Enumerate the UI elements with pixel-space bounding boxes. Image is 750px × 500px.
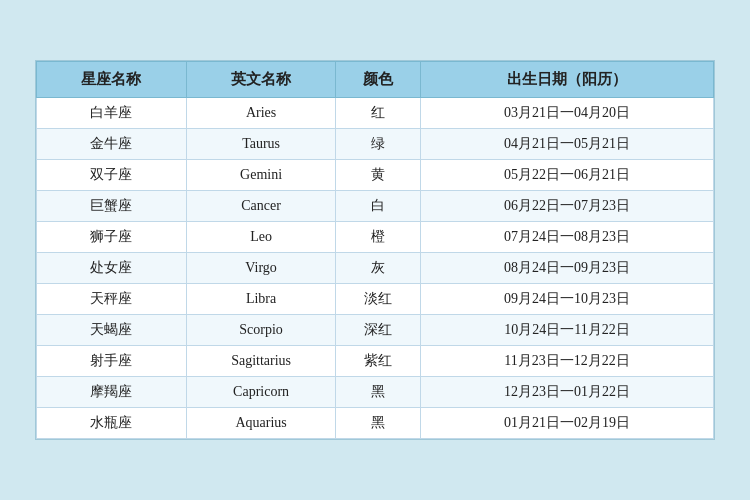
table-cell: 白羊座 (37, 98, 187, 129)
table-cell: 狮子座 (37, 222, 187, 253)
table-cell: 灰 (336, 253, 421, 284)
table-row: 双子座Gemini黄05月22日一06月21日 (37, 160, 714, 191)
table-cell: 天秤座 (37, 284, 187, 315)
table-cell: Leo (186, 222, 336, 253)
table-row: 金牛座Taurus绿04月21日一05月21日 (37, 129, 714, 160)
table-cell: 黑 (336, 377, 421, 408)
zodiac-table: 星座名称英文名称颜色出生日期（阳历） 白羊座Aries红03月21日一04月20… (36, 61, 714, 439)
table-cell: 06月22日一07月23日 (421, 191, 714, 222)
table-row: 摩羯座Capricorn黑12月23日一01月22日 (37, 377, 714, 408)
table-cell: 10月24日一11月22日 (421, 315, 714, 346)
table-cell: 射手座 (37, 346, 187, 377)
table-body: 白羊座Aries红03月21日一04月20日金牛座Taurus绿04月21日一0… (37, 98, 714, 439)
table-row: 巨蟹座Cancer白06月22日一07月23日 (37, 191, 714, 222)
table-cell: 09月24日一10月23日 (421, 284, 714, 315)
table-row: 水瓶座Aquarius黑01月21日一02月19日 (37, 408, 714, 439)
table-cell: 01月21日一02月19日 (421, 408, 714, 439)
table-cell: 白 (336, 191, 421, 222)
table-cell: Virgo (186, 253, 336, 284)
table-cell: Scorpio (186, 315, 336, 346)
table-cell: 07月24日一08月23日 (421, 222, 714, 253)
table-cell: 03月21日一04月20日 (421, 98, 714, 129)
table-cell: 黄 (336, 160, 421, 191)
table-cell: Aries (186, 98, 336, 129)
table-cell: Cancer (186, 191, 336, 222)
table-cell: 金牛座 (37, 129, 187, 160)
table-row: 射手座Sagittarius紫红11月23日一12月22日 (37, 346, 714, 377)
table-cell: 04月21日一05月21日 (421, 129, 714, 160)
table-cell: 淡红 (336, 284, 421, 315)
table-row: 白羊座Aries红03月21日一04月20日 (37, 98, 714, 129)
table-cell: Capricorn (186, 377, 336, 408)
table-cell: 天蝎座 (37, 315, 187, 346)
table-cell: Sagittarius (186, 346, 336, 377)
table-header-cell: 出生日期（阳历） (421, 62, 714, 98)
table-cell: 绿 (336, 129, 421, 160)
table-cell: 水瓶座 (37, 408, 187, 439)
table-header-cell: 颜色 (336, 62, 421, 98)
table-cell: 08月24日一09月23日 (421, 253, 714, 284)
table-header-row: 星座名称英文名称颜色出生日期（阳历） (37, 62, 714, 98)
table-header-cell: 星座名称 (37, 62, 187, 98)
table-cell: 紫红 (336, 346, 421, 377)
table-row: 狮子座Leo橙07月24日一08月23日 (37, 222, 714, 253)
table-cell: 12月23日一01月22日 (421, 377, 714, 408)
table-row: 天秤座Libra淡红09月24日一10月23日 (37, 284, 714, 315)
zodiac-table-container: 星座名称英文名称颜色出生日期（阳历） 白羊座Aries红03月21日一04月20… (35, 60, 715, 440)
table-row: 处女座Virgo灰08月24日一09月23日 (37, 253, 714, 284)
table-cell: 黑 (336, 408, 421, 439)
table-cell: 双子座 (37, 160, 187, 191)
table-cell: 05月22日一06月21日 (421, 160, 714, 191)
table-cell: Libra (186, 284, 336, 315)
table-cell: 11月23日一12月22日 (421, 346, 714, 377)
table-header-cell: 英文名称 (186, 62, 336, 98)
table-cell: 巨蟹座 (37, 191, 187, 222)
table-cell: 红 (336, 98, 421, 129)
table-cell: Gemini (186, 160, 336, 191)
table-cell: 摩羯座 (37, 377, 187, 408)
table-row: 天蝎座Scorpio深红10月24日一11月22日 (37, 315, 714, 346)
table-cell: 深红 (336, 315, 421, 346)
table-cell: Taurus (186, 129, 336, 160)
table-cell: Aquarius (186, 408, 336, 439)
table-cell: 处女座 (37, 253, 187, 284)
table-cell: 橙 (336, 222, 421, 253)
